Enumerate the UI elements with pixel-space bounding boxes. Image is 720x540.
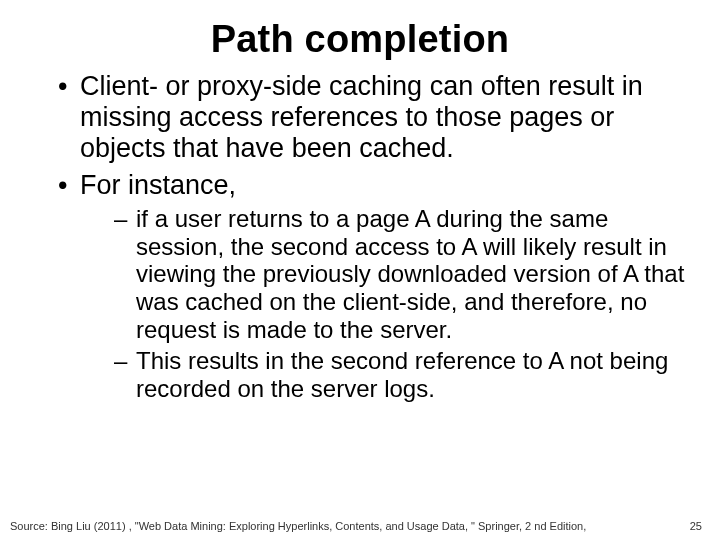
sub-bullet-text: This results in the second reference to … xyxy=(136,347,668,402)
source-citation: Source: Bing Liu (2011) , "Web Data Mini… xyxy=(10,520,586,532)
bullet-text: For instance, xyxy=(80,170,236,200)
slide-title: Path completion xyxy=(0,0,720,61)
bullet-item: For instance, if a user returns to a pag… xyxy=(58,170,690,402)
sub-bullet-item: This results in the second reference to … xyxy=(114,347,690,402)
sub-bullet-item: if a user returns to a page A during the… xyxy=(114,205,690,343)
slide: Path completion Client- or proxy-side ca… xyxy=(0,0,720,540)
bullet-list-level2: if a user returns to a page A during the… xyxy=(80,205,690,402)
slide-footer: Source: Bing Liu (2011) , "Web Data Mini… xyxy=(10,520,710,532)
bullet-text: Client- or proxy-side caching can often … xyxy=(80,71,643,163)
bullet-item: Client- or proxy-side caching can often … xyxy=(58,71,690,164)
bullet-list-level1: Client- or proxy-side caching can often … xyxy=(30,71,690,402)
slide-body: Client- or proxy-side caching can often … xyxy=(0,61,720,402)
page-number: 25 xyxy=(690,520,710,532)
sub-bullet-text: if a user returns to a page A during the… xyxy=(136,205,684,342)
